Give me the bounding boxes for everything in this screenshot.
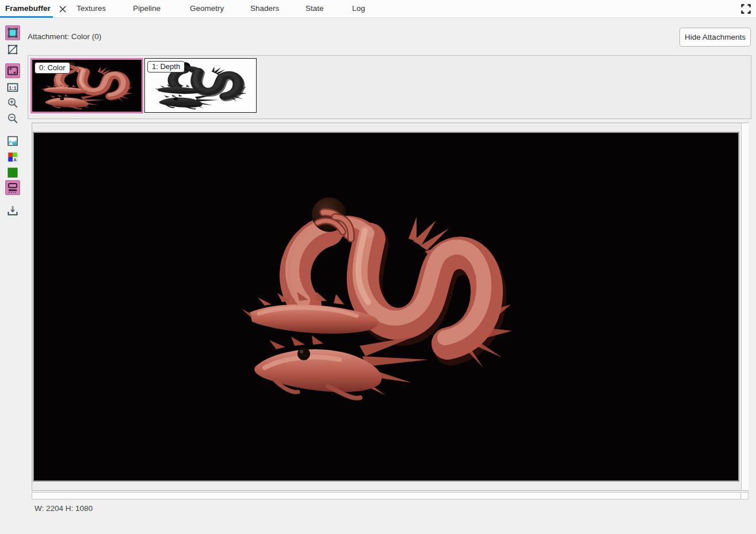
alpha-blend-button[interactable]: [5, 42, 20, 57]
attachment-badge: 1: Depth: [147, 61, 185, 73]
range-button[interactable]: [5, 180, 20, 195]
tab-bar: Framebuffer Textures Pipeline Geometry S…: [0, 0, 756, 18]
tab-textures[interactable]: Textures: [77, 4, 106, 13]
rgba-channels-icon: A: [6, 151, 19, 163]
color-buffer-icon: [6, 26, 19, 39]
attachment-thumb-depth[interactable]: 1: Depth: [144, 58, 257, 113]
close-icon: [58, 5, 67, 14]
close-tab-button[interactable]: [58, 5, 67, 14]
framebuffer-canvas[interactable]: [33, 132, 739, 482]
background-image-icon: [6, 135, 19, 147]
tab-pipeline[interactable]: Pipeline: [133, 4, 161, 13]
attachment-label: Attachment: Color (0): [28, 32, 101, 41]
zoom-out-button[interactable]: [5, 111, 20, 126]
attachments-strip: 0: Color 1: Depth: [28, 55, 751, 119]
svg-text:1:1: 1:1: [9, 85, 17, 91]
alpha-blend-icon: [6, 43, 19, 56]
fit-to-window-button[interactable]: [5, 63, 20, 78]
viewport-panel: [32, 123, 749, 491]
attachment-badge: 0: Color: [35, 62, 70, 74]
tab-shaders[interactable]: Shaders: [250, 4, 279, 13]
svg-text:A: A: [14, 158, 17, 162]
hide-attachments-button[interactable]: Hide Attachments: [679, 28, 751, 47]
vertical-scrollbar[interactable]: [741, 123, 749, 490]
horizontal-scrollbar[interactable]: [32, 492, 741, 499]
framebuffer-viewer-window: Framebuffer Textures Pipeline Geometry S…: [0, 0, 756, 534]
clear-color-button[interactable]: [5, 165, 20, 180]
actual-size-icon: 1:1: [6, 81, 19, 94]
tab-geometry[interactable]: Geometry: [190, 4, 224, 13]
color-buffer-button[interactable]: [5, 25, 20, 40]
zoom-in-icon: [6, 97, 19, 109]
background-image-button[interactable]: [5, 134, 20, 148]
fit-to-window-icon: [6, 64, 19, 77]
scrollbar-corner: [742, 492, 749, 499]
tab-state[interactable]: State: [306, 4, 324, 13]
save-image-button[interactable]: [5, 203, 20, 218]
rgba-channels-button[interactable]: A: [5, 150, 20, 165]
tab-framebuffer[interactable]: Framebuffer: [5, 4, 51, 13]
fullscreen-button[interactable]: [741, 4, 751, 14]
attachment-thumb-color[interactable]: 0: Color: [30, 58, 143, 113]
save-image-icon: [6, 204, 19, 217]
clear-color-icon: [6, 166, 19, 179]
dragon-render: [242, 194, 512, 403]
tab-log[interactable]: Log: [352, 4, 365, 13]
image-size-label: W: 2204 H: 1080: [35, 504, 93, 513]
zoom-out-icon: [6, 112, 19, 125]
actual-size-button[interactable]: 1:1: [5, 80, 20, 95]
range-icon: [6, 181, 19, 194]
fullscreen-icon: [741, 4, 751, 14]
active-tab-underline: [0, 16, 53, 18]
zoom-in-button[interactable]: [5, 96, 20, 110]
